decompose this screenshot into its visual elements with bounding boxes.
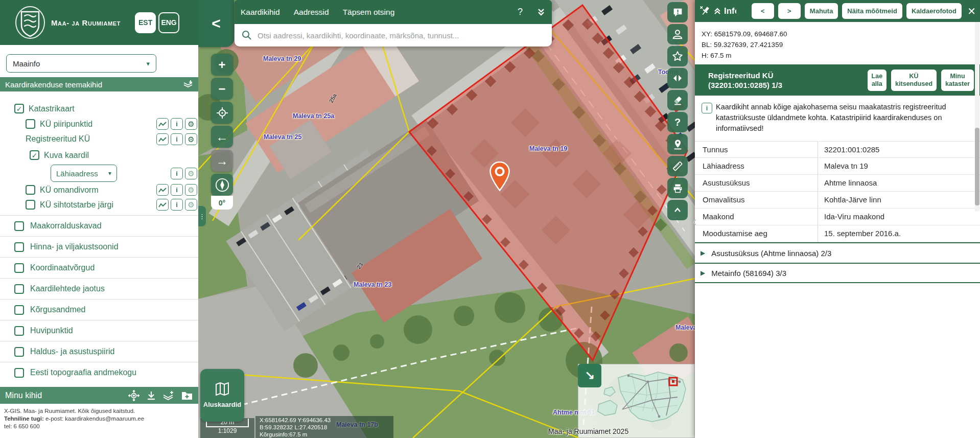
swipe-compare-button[interactable] xyxy=(667,68,688,88)
expander-metainfo[interactable]: ▶ Metainfo (581694) 3/3 xyxy=(695,263,980,283)
favorites-button[interactable] xyxy=(667,46,688,66)
eraser-button[interactable] xyxy=(667,90,688,110)
add-folder-icon[interactable] xyxy=(181,390,193,401)
goto-extent-icon[interactable] xyxy=(128,389,140,402)
result-next-button[interactable]: > xyxy=(778,3,801,19)
print-button[interactable] xyxy=(667,178,688,198)
add-layer-icon[interactable] xyxy=(162,390,175,401)
checkbox-maakorralduskavad[interactable] xyxy=(14,221,24,231)
help-icon[interactable]: ? xyxy=(518,7,523,17)
compass-button[interactable] xyxy=(211,174,233,196)
layer-row-koordinaatvorgud[interactable]: Koordinaatvõrgud xyxy=(0,257,198,278)
collapse-layers-icon[interactable] xyxy=(183,80,193,89)
layer-info-button[interactable]: i xyxy=(171,199,183,211)
layer-settings-button[interactable]: ⚙ xyxy=(185,168,197,179)
fit-view-button[interactable]: Mahuta xyxy=(805,3,838,19)
checkbox-ku-piiripunktid[interactable] xyxy=(26,119,35,129)
close-panel-icon[interactable]: ✕ xyxy=(967,5,976,17)
pin-panel-icon[interactable] xyxy=(699,5,711,17)
overview-collapse-button[interactable]: ↘ xyxy=(578,364,601,387)
layer-info-button[interactable]: i xyxy=(171,133,183,145)
drawer-handle[interactable]: ⋮ xyxy=(198,206,206,226)
legend-chart-button[interactable] xyxy=(156,133,169,145)
download-layer-icon[interactable] xyxy=(146,390,156,401)
eraser-icon xyxy=(672,95,683,106)
layer-info-button[interactable]: i xyxy=(171,184,183,196)
zoom-in-button[interactable]: + xyxy=(211,54,233,76)
layer-label[interactable]: KÜ sihtotstarbe järgi xyxy=(40,200,113,210)
checkbox-kuva-kaardil[interactable]: ✓ xyxy=(30,150,39,160)
my-cadastre-button[interactable]: Minu kataster xyxy=(941,70,974,91)
checkbox-huvipunktid[interactable] xyxy=(14,326,24,336)
collapse-search-icon[interactable] xyxy=(536,8,546,17)
download-button[interactable]: Lae alla xyxy=(868,70,887,91)
panel-scrollbar[interactable] xyxy=(975,22,979,211)
sidebar-collapse-button[interactable]: < xyxy=(198,0,234,47)
feedback-button[interactable] xyxy=(667,2,688,22)
user-button[interactable] xyxy=(667,24,688,44)
layer-settings-button[interactable]: ⚙ xyxy=(185,118,197,130)
layer-settings-button[interactable]: ⚙ xyxy=(185,133,197,145)
mode-select[interactable]: Maainfo ▾ xyxy=(6,54,156,73)
checkbox-topograafia[interactable] xyxy=(14,368,24,378)
panel-edge-handle[interactable]: ‹ xyxy=(692,214,697,229)
layer-info-button[interactable]: i xyxy=(171,168,183,179)
layer-row-hinna-viljakustsoonid[interactable]: Hinna- ja viljakustsoonid xyxy=(0,236,198,257)
panel-collapse-icon[interactable] xyxy=(713,7,721,15)
rotation-value[interactable]: 0° xyxy=(211,196,233,210)
layer-settings-button[interactable]: ⚙ xyxy=(185,199,197,211)
show-measurements-button[interactable]: Näita mõõtmeid xyxy=(842,3,902,19)
layer-label[interactable]: Registreeritud KÜ xyxy=(26,134,90,144)
basemap-button[interactable]: Aluskaardid xyxy=(200,369,244,422)
language-est-button[interactable]: EST xyxy=(135,12,156,33)
search-input[interactable] xyxy=(256,31,545,40)
checkbox-korgusandmed[interactable] xyxy=(14,305,24,315)
layer-label[interactable]: Katastrikaart xyxy=(29,104,75,113)
checkbox-ku-sihtotstarbe[interactable] xyxy=(26,200,35,210)
legend-chart-button[interactable] xyxy=(156,184,169,196)
zoom-out-button[interactable]: − xyxy=(211,78,233,100)
help-tool-button[interactable]: ? xyxy=(667,112,688,132)
expander-asustusuksus[interactable]: ▶ Asustusüksus (Ahtme linnaosa) 2/3 xyxy=(695,242,980,263)
legend-chart-button[interactable] xyxy=(156,199,169,211)
locate-button[interactable] xyxy=(211,102,233,124)
legend-chart-button[interactable] xyxy=(156,118,169,130)
result-prev-button[interactable]: < xyxy=(752,3,774,19)
support-email[interactable]: e-post: kaardirakendus@maaruum.ee xyxy=(44,416,144,422)
checkbox-ku-omandivorm[interactable] xyxy=(26,185,35,195)
layer-row-huvipunktid[interactable]: Huvipunktid xyxy=(0,320,198,341)
scrollbar-thumb[interactable] xyxy=(975,128,979,205)
menu-kaardikihid[interactable]: Kaardikihid xyxy=(241,8,280,17)
layer-label[interactable]: KÜ piiripunktid xyxy=(40,120,92,129)
btn-line: kataster xyxy=(945,80,970,88)
chevron-up-icon xyxy=(672,205,683,215)
layer-info-button[interactable]: i xyxy=(171,118,183,130)
checkbox-kaardilehtede[interactable] xyxy=(14,284,24,294)
toolbar-collapse-button[interactable] xyxy=(667,200,688,220)
label-type-select[interactable]: Lähiaadress ▾ xyxy=(51,165,117,182)
checkbox-katastrikaart[interactable]: ✓ xyxy=(14,104,24,113)
menu-aadressid[interactable]: Aadressid xyxy=(294,8,329,17)
checkbox-koordinaatvorgud[interactable] xyxy=(14,263,24,273)
menu-tapsem-otsing[interactable]: Täpsem otsing xyxy=(343,8,395,17)
layer-row-haldus-asustuspiirid[interactable]: Haldus- ja asustuspiirid xyxy=(0,341,198,362)
oblique-photos-button[interactable]: Kaldaerofotod xyxy=(906,3,962,19)
layer-label[interactable]: Kuva kaardil xyxy=(44,151,89,160)
layer-row-kaardilehtede-jaotus[interactable]: Kaardilehtede jaotus xyxy=(0,278,198,299)
layer-row-korgusandmed[interactable]: Kõrgusandmed xyxy=(0,299,198,320)
language-eng-button[interactable]: ENG xyxy=(158,12,179,33)
layer-label[interactable]: KÜ omandivorm xyxy=(40,186,99,195)
checkbox-haldus[interactable] xyxy=(14,347,24,357)
layer-row-eesti-topograafia[interactable]: Eesti topograafia andmekogu xyxy=(0,362,198,383)
search-icon xyxy=(242,30,252,40)
history-back-button[interactable]: ← xyxy=(211,126,233,148)
checkbox-hinna[interactable] xyxy=(14,242,24,252)
restrictions-button[interactable]: KÜ kitsendused xyxy=(891,70,937,91)
layer-row-ku-omandivorm: KÜ omandivorm xyxy=(26,185,99,195)
attr-label: Tunnus xyxy=(695,142,818,157)
history-forward-button[interactable]: → xyxy=(211,150,233,172)
marker-tool-button[interactable] xyxy=(667,134,688,154)
measure-button[interactable] xyxy=(667,156,688,176)
layer-settings-button[interactable]: ⚙ xyxy=(185,184,197,196)
layer-row-maakorralduskavad[interactable]: Maakorralduskavad xyxy=(0,215,198,236)
